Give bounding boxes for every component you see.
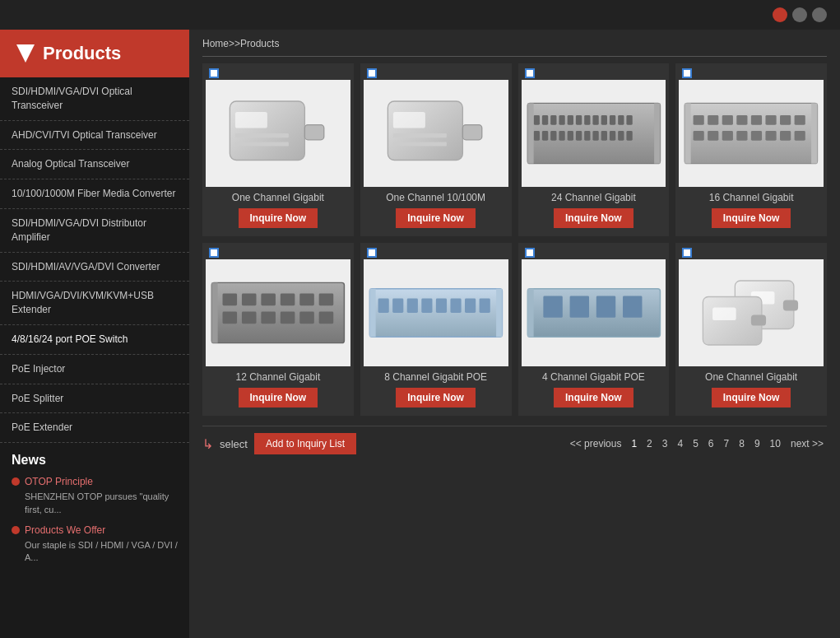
page-link-3[interactable]: 3 [659,436,671,451]
product-name-prod-2: One Channel 10/100M [386,192,485,205]
svg-rect-67 [299,312,314,324]
sidebar-item-poe-extender[interactable]: PoE Extender [0,413,189,442]
svg-rect-42 [751,115,762,125]
product-name-prod-8: One Channel Gigabit [705,371,797,384]
next-page-link[interactable]: next >> [787,436,827,451]
product-checkbox-prod-7[interactable] [525,248,535,258]
sidebar-item-poe-switch[interactable]: 4/8/16/24 port POE Switch [0,325,189,354]
sidebar-item-analog-optical[interactable]: Analog Optical Transceiver [0,150,189,179]
prev-page-link[interactable]: << previous [567,436,625,451]
svg-rect-75 [436,298,447,313]
page-link-4[interactable]: 4 [674,436,686,451]
svg-rect-64 [242,312,257,324]
sidebar-item-poe-injector[interactable]: PoE Injector [0,355,189,384]
svg-rect-18 [592,115,598,125]
svg-rect-61 [299,294,314,306]
top-bar [0,0,840,30]
news-item-news-otop: OTOP Principle SHENZHEN OTOP pursues "qu… [12,476,178,516]
svg-rect-14 [559,115,564,125]
sidebar-item-poe-splitter[interactable]: PoE Splitter [0,384,189,413]
logo-icon [16,44,35,63]
sidebar-item-fiber-media-converter[interactable]: 10/100/1000M Fiber Media Converter [0,179,189,208]
svg-rect-17 [584,115,590,125]
product-checkbox-prod-2[interactable] [367,68,377,78]
page-link-9[interactable]: 9 [751,436,763,451]
svg-rect-24 [541,131,547,141]
page-link-8[interactable]: 8 [736,436,748,451]
inquire-button-prod-1[interactable]: Inquire Now [239,208,318,228]
product-image-prod-2 [364,80,508,187]
page-link-2[interactable]: 2 [643,436,656,451]
svg-rect-22 [626,115,632,125]
sidebar-title: Products [43,43,121,64]
news-item-link[interactable]: Products We Offer [25,524,105,536]
svg-rect-43 [766,115,777,125]
page-link-10[interactable]: 10 [767,436,784,451]
svg-rect-19 [601,115,606,125]
svg-rect-12 [541,115,547,125]
svg-rect-49 [737,131,748,141]
svg-rect-59 [261,294,276,306]
svg-rect-92 [751,315,766,326]
svg-rect-11 [533,115,539,125]
product-checkbox-prod-5[interactable] [209,248,219,258]
sidebar-item-hdmi-vga-dvi-kvm-usb-ext[interactable]: HDMI/VGA/DVI/KVM/KVM+USB Extender [0,282,189,324]
select-label: select [220,438,248,450]
product-image-prod-7 [522,259,666,366]
sidebar-item-sdi-hdmi-av-vga-dvi-conv[interactable]: SDI/HDMI/AV/VGA/DVI Converter [0,253,189,282]
product-checkbox-prod-6[interactable] [367,248,377,258]
product-card-prod-4: 16 Channel Gigabit Inquire Now [675,63,827,236]
svg-rect-30 [592,131,598,141]
svg-rect-6 [462,125,481,140]
product-name-prod-7: 4 Channel Gigabit POE [542,371,645,384]
product-checkbox-prod-4[interactable] [682,68,692,78]
svg-rect-0 [230,101,304,161]
svg-rect-89 [783,300,798,310]
add-inquiry-button[interactable]: Add to Inquiry List [254,433,356,454]
svg-rect-65 [261,312,276,324]
svg-rect-33 [618,131,624,141]
top-icon-red [773,7,787,22]
product-checkbox-prod-8[interactable] [682,248,692,258]
product-name-prod-1: One Channel Gigabit [232,192,324,205]
product-checkbox-row [206,67,350,80]
svg-rect-7 [393,112,425,128]
svg-rect-52 [780,131,791,141]
product-checkbox-prod-3[interactable] [525,68,535,78]
svg-rect-31 [601,131,606,141]
inquire-button-prod-4[interactable]: Inquire Now [712,208,791,228]
inquire-button-prod-7[interactable]: Inquire Now [554,388,633,407]
inquire-button-prod-5[interactable]: Inquire Now [239,388,318,407]
sidebar-item-sdi-hdmi-vga-dvi-dist-amp[interactable]: SDI/HDMI/VGA/DVI Distributor Amplifier [0,209,189,252]
svg-rect-36 [654,103,660,163]
svg-rect-53 [795,131,805,141]
page-link-7[interactable]: 7 [721,436,733,451]
sidebar-item-sdi-hdmi-vga-dvi-optical[interactable]: SDI/HDMI/VGA/DVI Optical Transceiver [0,77,189,120]
bottom-bar: ↳ select Add to Inquiry List << previous… [202,426,827,458]
svg-rect-26 [559,131,564,141]
page-link-6[interactable]: 6 [705,436,717,451]
product-checkbox-prod-1[interactable] [209,68,219,78]
news-item-link[interactable]: OTOP Principle [25,476,93,487]
svg-rect-72 [392,298,403,313]
svg-rect-25 [550,131,556,141]
svg-rect-16 [575,115,581,125]
page-link-5[interactable]: 5 [689,436,702,451]
svg-rect-76 [450,298,461,313]
sidebar-item-ahd-cvi-tvi-optical[interactable]: AHD/CVI/TVI Optical Transceiver [0,121,189,150]
news-title: News [12,453,178,468]
product-image-prod-4 [679,80,824,187]
news-dot-icon [12,477,20,486]
inquire-button-prod-8[interactable]: Inquire Now [712,388,791,407]
product-grid: One Channel Gigabit Inquire Now One Chan… [202,63,827,416]
svg-rect-40 [722,115,733,125]
svg-rect-80 [496,289,502,338]
inquire-button-prod-3[interactable]: Inquire Now [554,208,633,228]
inquire-button-prod-2[interactable]: Inquire Now [396,208,476,228]
svg-rect-23 [533,131,539,141]
svg-rect-73 [406,298,417,313]
page-link-1[interactable]: 1 [628,436,640,451]
sidebar-header: Products [0,30,189,77]
inquire-button-prod-6[interactable]: Inquire Now [396,388,476,407]
svg-rect-32 [609,131,615,141]
